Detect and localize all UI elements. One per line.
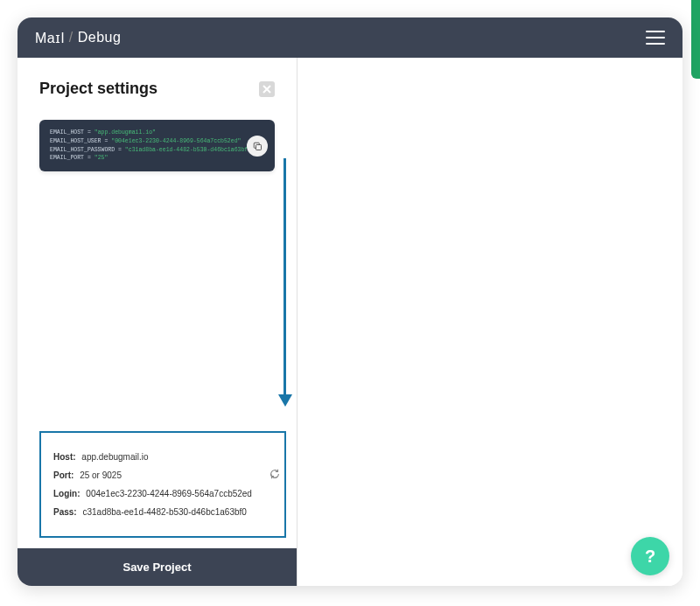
copy-icon xyxy=(252,141,262,151)
port-value: 25 or 9025 xyxy=(80,470,122,480)
settings-panel: Project settings EMAIL_HOST = "app.debug… xyxy=(18,58,298,586)
refresh-button[interactable] xyxy=(269,468,281,480)
code-snippet: EMAIL_HOST = "app.debugmail.io" EMAIL_HO… xyxy=(39,120,275,171)
code-line: EMAIL_HOST = "app.debugmail.io" xyxy=(50,129,264,137)
port-label: Port: xyxy=(53,470,74,480)
help-fab-button[interactable]: ? xyxy=(631,537,669,575)
settings-header: Project settings xyxy=(18,58,297,111)
app-window: Maɪl / Debug Project settings EMAIL_HOST xyxy=(18,17,682,586)
svg-rect-1 xyxy=(256,144,262,150)
save-project-button[interactable]: Save Project xyxy=(18,548,297,586)
pass-value: c31ad8ba-ee1d-4482-b530-d46bc1a63bf0 xyxy=(82,507,246,517)
code-key: EMAIL_HOST xyxy=(50,129,84,136)
close-button[interactable] xyxy=(259,81,275,97)
code-value: "app.debugmail.io" xyxy=(94,129,156,136)
code-value: "c31ad8ba-ee1d-4482-b530-d46bc1a63bf0" xyxy=(125,147,255,153)
code-line: EMAIL_HOST_USER = "004e1ec3-2230-4244-89… xyxy=(50,137,264,146)
brand-part2: Debug xyxy=(78,30,122,45)
code-key: EMAIL_PORT xyxy=(50,155,84,161)
close-icon xyxy=(262,85,271,94)
save-button-label: Save Project xyxy=(122,561,191,574)
page-title: Project settings xyxy=(39,80,158,98)
credentials-box: Host: app.debugmail.io Port: 25 or 9025 … xyxy=(39,431,286,538)
credential-login: Login: 004e1ec3-2230-4244-8969-564a7ccb5… xyxy=(53,489,272,498)
pass-label: Pass: xyxy=(53,507,77,517)
brand-logo[interactable]: Maɪl / Debug xyxy=(35,30,121,46)
code-line: EMAIL_PORT = "25" xyxy=(50,154,264,163)
login-value: 004e1ec3-2230-4244-8969-564a7ccb52ed xyxy=(86,489,252,498)
code-key: EMAIL_HOST_USER xyxy=(50,138,102,144)
content-area: Project settings EMAIL_HOST = "app.debug… xyxy=(18,58,682,586)
code-value: "004e1ec3-2230-4244-8969-564a7ccb52ed" xyxy=(111,138,241,144)
page-edge-decoration xyxy=(691,0,700,79)
credential-host: Host: app.debugmail.io xyxy=(53,452,272,462)
help-icon: ? xyxy=(645,547,655,567)
credential-pass: Pass: c31ad8ba-ee1d-4482-b530-d46bc1a63b… xyxy=(53,507,272,517)
code-key: EMAIL_HOST_PASSWORD xyxy=(50,147,115,153)
main-content-area xyxy=(298,58,682,586)
refresh-icon xyxy=(269,468,281,480)
header-bar: Maɪl / Debug xyxy=(18,17,682,58)
host-label: Host: xyxy=(53,452,76,462)
brand-part1: Maɪl xyxy=(35,30,65,46)
login-label: Login: xyxy=(53,489,80,498)
code-line: EMAIL_HOST_PASSWORD = "c31ad8ba-ee1d-448… xyxy=(50,146,264,155)
code-value: "25" xyxy=(94,155,108,161)
brand-slash: / xyxy=(69,30,74,45)
credential-port: Port: 25 or 9025 xyxy=(53,470,272,480)
hamburger-menu-icon[interactable] xyxy=(646,31,665,45)
host-value: app.debugmail.io xyxy=(81,452,148,462)
copy-button[interactable] xyxy=(247,136,268,157)
